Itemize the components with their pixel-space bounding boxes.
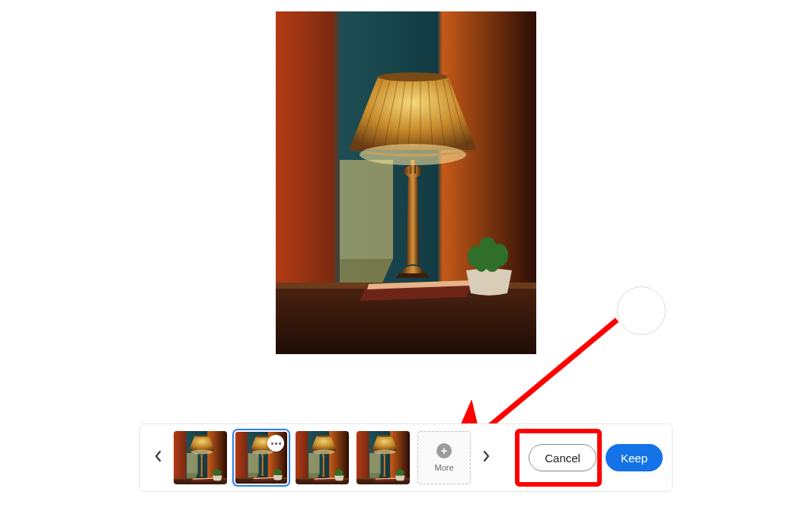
variation-thumb-1[interactable] (174, 431, 227, 484)
more-label: More (434, 463, 453, 472)
next-button[interactable] (475, 447, 497, 468)
chevron-left-icon (155, 451, 162, 465)
generate-more-button[interactable]: + More (417, 431, 471, 484)
variation-thumb-3[interactable] (296, 431, 349, 484)
prev-button[interactable] (148, 447, 169, 468)
loading-indicator (617, 286, 666, 335)
variation-thumbs: + More (174, 431, 471, 484)
plus-icon: + (436, 443, 452, 458)
variation-thumb-4[interactable] (356, 431, 410, 484)
preview-image[interactable] (276, 11, 536, 354)
action-buttons: Cancel Keep (529, 444, 664, 471)
keep-button[interactable]: Keep (606, 444, 663, 471)
variation-thumb-2[interactable] (235, 431, 288, 484)
variation-bar: + More Cancel Keep (139, 423, 673, 492)
cancel-button[interactable]: Cancel (529, 444, 596, 471)
thumb-menu-button[interactable] (267, 435, 284, 452)
more-horizontal-icon (271, 442, 281, 445)
chevron-right-icon (482, 451, 490, 465)
